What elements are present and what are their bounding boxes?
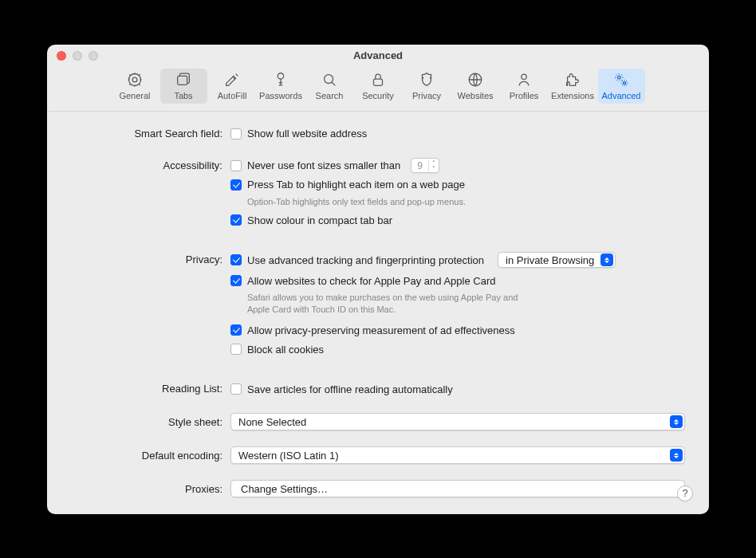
- tracking-protection-label: Use advanced tracking and fingerprinting…: [247, 254, 484, 266]
- privacy-label: Privacy:: [71, 252, 230, 265]
- svg-point-3: [278, 73, 283, 79]
- default-encoding-label: Default encoding:: [71, 450, 230, 462]
- chevron-updown-icon: [670, 415, 683, 428]
- preferences-toolbar: General Tabs AutoFill Passwords Search S…: [47, 67, 709, 112]
- accessibility-label: Accessibility:: [71, 158, 230, 171]
- tab-label: Advanced: [602, 91, 641, 100]
- tab-security[interactable]: Security: [355, 69, 402, 104]
- tracking-protection-checkbox[interactable]: [230, 254, 242, 265]
- tab-label: General: [119, 91, 150, 100]
- tab-label: AutoFill: [218, 91, 247, 100]
- style-sheet-select[interactable]: None Selected: [230, 413, 685, 430]
- tab-search[interactable]: Search: [306, 69, 353, 104]
- svg-point-8: [617, 76, 620, 79]
- help-button[interactable]: ?: [677, 485, 693, 501]
- tab-autofill[interactable]: AutoFill: [209, 69, 256, 104]
- change-settings-button[interactable]: Change Settings…: [230, 480, 685, 497]
- tracking-mode-select[interactable]: in Private Browsing: [498, 252, 616, 268]
- content-area: Smart Search field: Show full website ad…: [47, 112, 709, 514]
- tab-label: Extensions: [551, 91, 594, 100]
- show-colour-label: Show colour in compact tab bar: [247, 214, 392, 226]
- tab-label: Security: [362, 91, 394, 100]
- default-encoding-value: Western (ISO Latin 1): [238, 450, 338, 462]
- apple-pay-checkbox[interactable]: [230, 275, 242, 286]
- tab-advanced[interactable]: Advanced: [598, 69, 645, 104]
- save-offline-checkbox[interactable]: [230, 383, 242, 395]
- change-settings-label: Change Settings…: [241, 483, 328, 495]
- chevron-updown-icon: [670, 449, 683, 462]
- ad-measurement-checkbox[interactable]: [230, 324, 242, 336]
- tab-label: Passwords: [259, 91, 302, 100]
- svg-point-9: [624, 82, 626, 84]
- svg-point-7: [522, 74, 526, 79]
- tab-label: Profiles: [510, 91, 539, 100]
- tab-profiles[interactable]: Profiles: [501, 69, 548, 104]
- tab-websites[interactable]: Websites: [452, 69, 499, 104]
- style-sheet-label: Style sheet:: [71, 416, 230, 428]
- tab-label: Privacy: [412, 91, 441, 100]
- chevron-updown-icon: [600, 253, 613, 266]
- preferences-window: Advanced General Tabs AutoFill Passwords…: [47, 45, 709, 514]
- tab-extensions[interactable]: Extensions: [549, 69, 597, 104]
- close-window-button[interactable]: [57, 51, 66, 61]
- svg-point-1: [128, 73, 140, 85]
- tab-label: Websites: [457, 91, 493, 100]
- proxies-label: Proxies:: [71, 483, 230, 495]
- help-label: ?: [682, 487, 687, 499]
- titlebar: Advanced: [47, 45, 709, 67]
- press-tab-checkbox[interactable]: [230, 179, 242, 191]
- traffic-lights: [57, 51, 98, 61]
- svg-rect-5: [374, 79, 383, 85]
- ad-measurement-label: Allow privacy-preserving measurement of …: [247, 324, 515, 336]
- apple-pay-hint: Safari allows you to make purchases on t…: [247, 292, 534, 316]
- save-offline-label: Save articles for offline reading automa…: [247, 383, 453, 395]
- zoom-window-button[interactable]: [89, 51, 98, 61]
- tab-privacy[interactable]: Privacy: [404, 69, 451, 104]
- block-cookies-label: Block all cookies: [247, 344, 324, 356]
- tracking-mode-value: in Private Browsing: [506, 254, 600, 266]
- tab-label: Search: [316, 91, 344, 100]
- tab-general[interactable]: General: [112, 69, 159, 104]
- show-full-address-label: Show full website address: [247, 128, 367, 140]
- tab-tabs[interactable]: Tabs: [160, 69, 207, 104]
- never-font-size-label: Never use font sizes smaller than: [247, 159, 400, 171]
- style-sheet-value: None Selected: [238, 416, 306, 428]
- chevron-updown-icon: ˄˅: [428, 160, 439, 171]
- apple-pay-label: Allow websites to check for Apple Pay an…: [247, 275, 495, 287]
- press-tab-hint: Option-Tab highlights only text fields a…: [247, 196, 685, 208]
- press-tab-label: Press Tab to highlight each item on a we…: [247, 179, 465, 191]
- show-full-address-checkbox[interactable]: [230, 128, 242, 140]
- never-font-size-checkbox[interactable]: [230, 160, 242, 171]
- tab-passwords[interactable]: Passwords: [258, 69, 305, 104]
- tab-label: Tabs: [174, 91, 192, 100]
- minimize-window-button[interactable]: [73, 51, 82, 61]
- svg-point-4: [325, 75, 333, 84]
- default-encoding-select[interactable]: Western (ISO Latin 1): [230, 446, 685, 464]
- font-size-stepper[interactable]: 9 ˄˅: [411, 158, 439, 173]
- block-cookies-checkbox[interactable]: [230, 344, 242, 355]
- show-colour-checkbox[interactable]: [230, 214, 242, 226]
- font-size-value: 9: [411, 160, 428, 171]
- reading-list-label: Reading List:: [71, 381, 230, 395]
- smart-search-label: Smart Search field:: [71, 126, 230, 140]
- svg-point-0: [132, 77, 137, 82]
- svg-rect-2: [178, 76, 187, 84]
- window-title: Advanced: [353, 49, 403, 61]
